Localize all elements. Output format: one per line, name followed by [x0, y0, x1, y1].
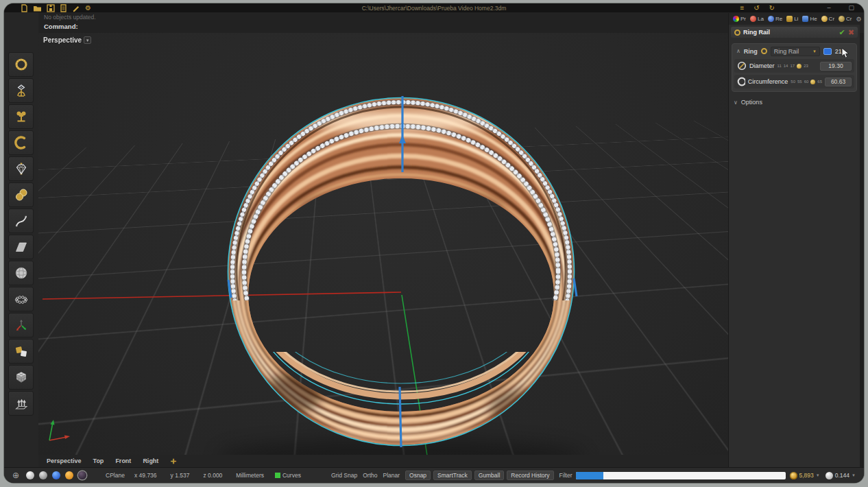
curve-tool[interactable]: [8, 209, 34, 233]
open-folder-icon[interactable]: [33, 4, 42, 12]
tab-perspective[interactable]: Perspective: [47, 458, 82, 464]
tab-properties[interactable]: Pr: [733, 16, 746, 22]
minimize-button[interactable]: –: [827, 5, 830, 11]
metal-weight-counter[interactable]: 5,893 ▼: [790, 472, 820, 479]
preset-dropdown[interactable]: Ring Rail ▼: [771, 47, 820, 56]
layers-icon: [750, 16, 756, 22]
material-gray[interactable]: [39, 471, 47, 479]
sphere-tool[interactable]: [8, 261, 34, 285]
beads-icon: [14, 187, 29, 202]
puzzle-tool[interactable]: [8, 339, 34, 364]
tab-render[interactable]: Re: [768, 16, 782, 22]
panel-title-bar: Ring Rail ✔ ✖: [731, 27, 858, 38]
circumference-icon: [737, 77, 745, 86]
expand-caret-icon[interactable]: ∨: [734, 99, 738, 106]
confirm-button[interactable]: ✔: [839, 28, 845, 37]
display-size-icon[interactable]: [823, 48, 832, 55]
tab-help[interactable]: He: [802, 16, 817, 22]
circumference-value[interactable]: 60.63: [825, 78, 852, 86]
chevron-down-icon[interactable]: ▼: [84, 36, 91, 44]
tab-top[interactable]: Top: [93, 458, 104, 464]
toggle-record-history[interactable]: Record History: [507, 471, 553, 480]
add-viewport-icon[interactable]: ✛: [170, 458, 176, 465]
tab-front[interactable]: Front: [115, 458, 131, 464]
tab-right[interactable]: Right: [143, 458, 158, 464]
new-document-icon[interactable]: [21, 4, 28, 12]
ring-rail-tool[interactable]: [8, 130, 34, 155]
gemstone-tool[interactable]: [8, 156, 34, 181]
maximize-button[interactable]: ▢: [848, 5, 854, 11]
settings-gear-icon[interactable]: ⚙: [85, 5, 91, 12]
viewport-3d[interactable]: Perspective ▼: [38, 33, 728, 455]
tab-layers[interactable]: La: [750, 16, 764, 22]
material-dark-selected[interactable]: [78, 471, 86, 479]
options-section-header[interactable]: ∨ Options: [734, 99, 855, 106]
units-button[interactable]: Millimeters: [236, 472, 264, 479]
redo-icon[interactable]: ↻: [769, 5, 775, 12]
gem-ring-tool[interactable]: [8, 52, 34, 77]
right-panel: Pr La Re Li He Cr Cr ⚙ Ring Rail ✔ ✖ ∧ R…: [728, 13, 860, 467]
toggle-ortho[interactable]: Ortho: [363, 472, 377, 479]
undo-icon[interactable]: ↺: [754, 5, 759, 12]
statusbar: ⊕ CPlane x 49.736 y 1.537 z 0.000 Millim…: [4, 467, 864, 483]
cplane-button[interactable]: CPlane: [106, 472, 125, 479]
toggle-smarttrack[interactable]: SmartTrack: [433, 471, 472, 480]
tab-creator-2[interactable]: Cr: [839, 16, 852, 22]
signet-tool[interactable]: [8, 104, 34, 129]
coordinate-x: x 49.736: [134, 472, 157, 479]
material-white[interactable]: [26, 471, 34, 479]
slider-knob[interactable]: [810, 80, 815, 84]
dropdown-arrow-icon: ▼: [812, 49, 817, 54]
filter-label[interactable]: Filter: [559, 472, 572, 479]
edit-pen-icon[interactable]: [72, 4, 80, 12]
window-title: C:\Users\Jhercar\Downloads\Prueba Video …: [362, 5, 507, 12]
material-gold[interactable]: [65, 471, 73, 479]
collapse-caret-icon[interactable]: ∧: [736, 48, 740, 54]
render-icon: [768, 16, 774, 22]
gem-weight-counter[interactable]: 0.144 ▼: [825, 472, 856, 479]
layer-indicator[interactable]: Curves: [275, 472, 301, 479]
prong-setting-tool[interactable]: [8, 78, 34, 103]
transform-axes-tool[interactable]: [8, 313, 34, 337]
surface-tool[interactable]: [8, 235, 34, 259]
circumference-slider[interactable]: 50 55 60 65: [791, 80, 822, 84]
diameter-value[interactable]: 19.30: [820, 62, 852, 71]
scene-canvas: [38, 33, 728, 455]
slider-knob[interactable]: [797, 64, 801, 69]
eternity-ring-tool[interactable]: [8, 287, 34, 311]
beads-tool[interactable]: [8, 182, 34, 207]
file-toolbar: ⚙: [21, 4, 91, 12]
material-presets: [26, 471, 86, 479]
titlebar: ⚙ C:\Users\Jhercar\Downloads\Prueba Vide…: [4, 3, 864, 12]
document-icon[interactable]: [60, 4, 67, 12]
filter-progress-bar[interactable]: [576, 472, 785, 479]
dropdown-arrow-icon[interactable]: ▼: [852, 473, 856, 477]
ring-section-header[interactable]: ∧ Ring Ring Rail ▼ 21: [734, 45, 854, 57]
emboss-tool[interactable]: [8, 391, 34, 416]
menu-icon[interactable]: ≡: [740, 5, 744, 12]
transform-axes-icon: [14, 318, 29, 333]
diameter-slider[interactable]: 11 14 17 23: [777, 64, 808, 69]
window-buttons: – ▢: [827, 5, 854, 11]
viewport-label[interactable]: Perspective ▼: [43, 36, 91, 44]
command-prompt[interactable]: Command:: [44, 23, 78, 30]
voxel-cube-tool[interactable]: [8, 365, 34, 390]
cancel-button[interactable]: ✖: [848, 28, 854, 37]
toggle-grid-snap[interactable]: Grid Snap: [331, 472, 357, 479]
tracking-target-icon[interactable]: ⊕: [12, 471, 19, 479]
toggle-gumball[interactable]: Gumball: [474, 471, 505, 480]
ring-rail-icon: [734, 29, 740, 36]
panel-gear-icon[interactable]: ⚙: [856, 16, 862, 23]
toggle-osnap[interactable]: Osnap: [405, 471, 431, 480]
progress-fill: [576, 472, 603, 479]
toggle-planar[interactable]: Planar: [383, 472, 400, 479]
save-icon[interactable]: [47, 4, 55, 12]
tab-library[interactable]: Li: [786, 16, 798, 22]
coordinate-z: z 0.000: [203, 472, 222, 479]
tab-creator[interactable]: Cr: [821, 16, 834, 22]
layer-color-swatch: [275, 473, 280, 478]
viewport-label-text: Perspective: [43, 36, 82, 44]
material-blue[interactable]: [52, 471, 60, 479]
dropdown-arrow-icon[interactable]: ▼: [816, 473, 820, 477]
ring-rail-icon: [14, 135, 29, 150]
